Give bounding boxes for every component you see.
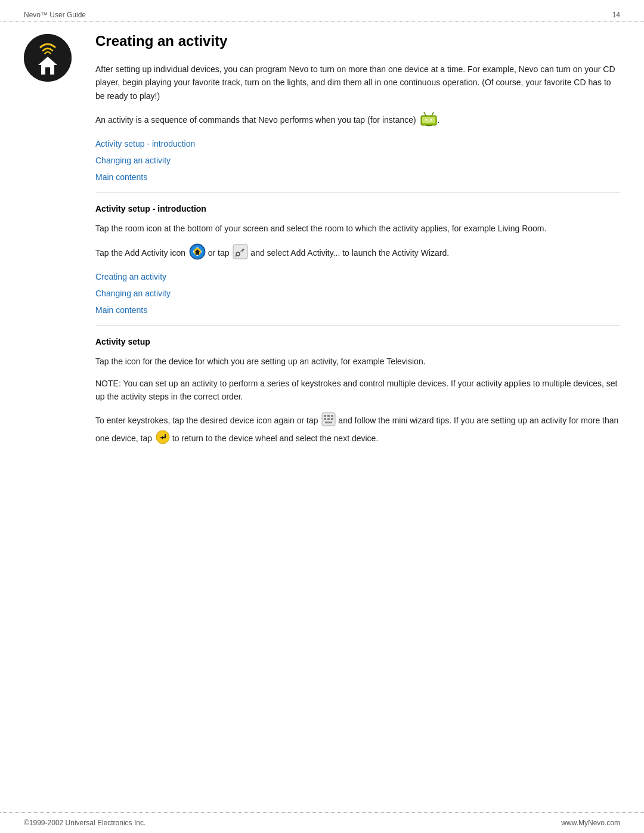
header-page-number: 14 xyxy=(612,11,620,19)
intro-paragraph-2: An activity is a sequence of commands th… xyxy=(95,111,620,130)
section2-paragraph-1: Tap the icon for the device for which yo… xyxy=(95,355,620,368)
footer-copyright: ©1999-2002 Universal Electronics Inc. xyxy=(24,819,145,827)
svg-point-10 xyxy=(425,119,427,121)
section1-paragraph-1: Tap the room icon at the bottom of your … xyxy=(95,222,620,235)
header-title: Nevo™ User Guide xyxy=(24,11,86,19)
add-activity-icon xyxy=(189,243,206,264)
section2-paragraph-keystrokes: To enter keystrokes, tap the desired dev… xyxy=(95,412,620,448)
nav-link-creating-activity[interactable]: Creating an activity xyxy=(95,272,620,281)
logo-svg xyxy=(24,34,72,82)
wrench-icon xyxy=(233,244,248,263)
section1-heading: Activity setup - introduction xyxy=(95,204,620,213)
nav-link-changing-activity-top[interactable]: Changing an activity xyxy=(95,156,620,165)
svg-rect-29 xyxy=(325,422,332,423)
nevo-logo xyxy=(24,34,72,82)
keystroke-icon xyxy=(321,412,336,430)
svg-rect-24 xyxy=(327,415,330,417)
return-icon xyxy=(156,430,170,448)
section-divider-1 xyxy=(95,193,620,193)
section2-heading: Activity setup xyxy=(95,337,620,346)
section-activity-setup-introduction: Activity setup - introduction Tap the ro… xyxy=(95,204,620,315)
svg-rect-28 xyxy=(331,418,333,420)
section-activity-setup: Activity setup Tap the icon for the devi… xyxy=(95,337,620,448)
nav-links-top: Activity setup - introduction Changing a… xyxy=(95,139,620,182)
svg-point-11 xyxy=(430,119,432,121)
svg-rect-27 xyxy=(327,418,330,420)
content-area: Creating an activity After setting up in… xyxy=(89,28,620,456)
svg-line-8 xyxy=(424,112,426,116)
svg-line-9 xyxy=(432,112,434,116)
svg-rect-18 xyxy=(196,252,199,255)
section1-paragraph-2: Tap the Add Activity icon xyxy=(95,243,620,264)
intro-paragraph-1: After setting up individual devices, you… xyxy=(95,63,620,103)
svg-rect-3 xyxy=(45,67,50,75)
nav-link-main-contents-top[interactable]: Main contents xyxy=(95,172,620,182)
section-divider-2 xyxy=(95,326,620,326)
section2-paragraph-note: NOTE: You can set up an activity to perf… xyxy=(95,377,620,404)
header-divider xyxy=(0,21,644,22)
nav-link-changing-activity-mid[interactable]: Changing an activity xyxy=(95,289,620,298)
nav-link-main-contents-mid[interactable]: Main contents xyxy=(95,305,620,315)
section1-nav-links: Creating an activity Changing an activit… xyxy=(95,272,620,315)
logo-area xyxy=(24,28,89,456)
svg-rect-26 xyxy=(324,418,326,420)
nav-link-activity-setup-intro[interactable]: Activity setup - introduction xyxy=(95,139,620,148)
page-title: Creating an activity xyxy=(95,33,620,49)
tv-icon xyxy=(420,111,438,130)
svg-line-21 xyxy=(236,255,237,256)
footer: ©1999-2002 Universal Electronics Inc. ww… xyxy=(0,812,644,833)
svg-rect-23 xyxy=(324,415,326,417)
svg-rect-25 xyxy=(331,415,333,417)
footer-website: www.MyNevo.com xyxy=(561,819,620,827)
